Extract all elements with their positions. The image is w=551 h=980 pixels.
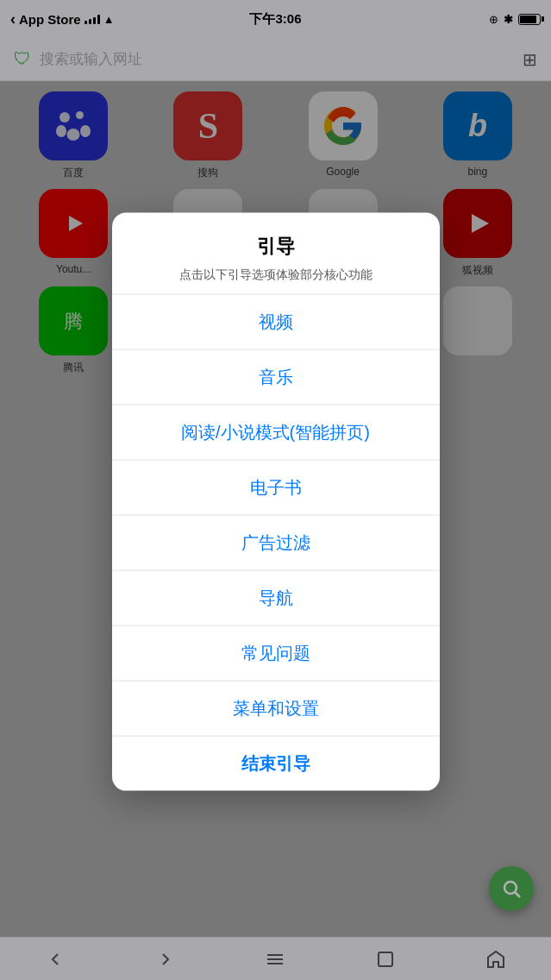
modal-items: 视频 音乐 阅读/小说模式(智能拼页) 电子书 广告过滤 导航 常见问题 菜单和… bbox=[112, 293, 440, 790]
guide-modal: 引导 点击以下引导选项体验部分核心功能 视频 音乐 阅读/小说模式(智能拼页) … bbox=[112, 213, 440, 791]
modal-item-settings[interactable]: 菜单和设置 bbox=[112, 680, 440, 735]
modal-title: 引导 bbox=[129, 234, 423, 260]
modal-subtitle: 点击以下引导选项体验部分核心功能 bbox=[129, 267, 423, 284]
modal-item-navigation[interactable]: 导航 bbox=[112, 569, 440, 625]
modal-item-faq[interactable]: 常见问题 bbox=[112, 625, 440, 680]
modal-item-ebook[interactable]: 电子书 bbox=[112, 459, 440, 514]
modal-item-adblock[interactable]: 广告过滤 bbox=[112, 514, 440, 569]
modal-item-video[interactable]: 视频 bbox=[112, 293, 440, 349]
modal-item-music[interactable]: 音乐 bbox=[112, 349, 440, 404]
modal-header: 引导 点击以下引导选项体验部分核心功能 bbox=[112, 213, 440, 294]
modal-item-reading[interactable]: 阅读/小说模式(智能拼页) bbox=[112, 404, 440, 459]
modal-item-end[interactable]: 结束引导 bbox=[112, 735, 440, 790]
